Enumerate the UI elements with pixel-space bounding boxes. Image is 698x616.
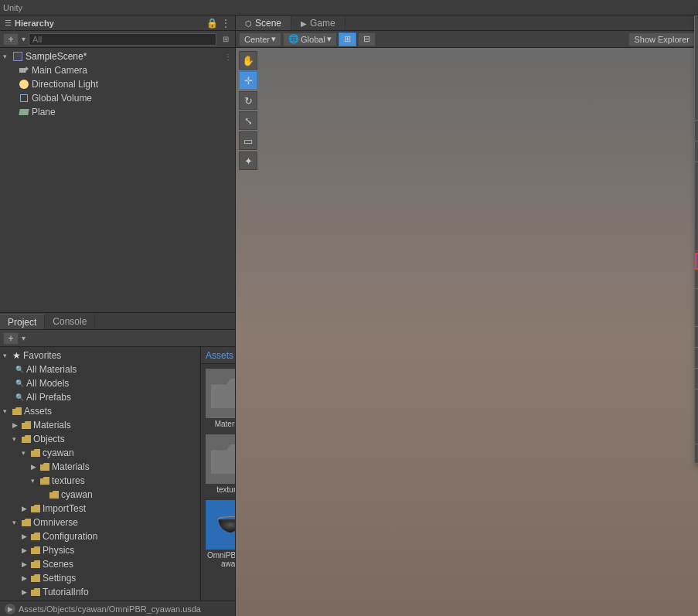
scenes-item[interactable]: ▶ Scenes xyxy=(0,557,200,571)
plane-label: Plane xyxy=(32,107,56,117)
hierarchy-more-icon[interactable]: ⋮ xyxy=(221,18,230,29)
all-models-item[interactable]: 🔍 All Models xyxy=(0,376,200,390)
cyawan-item[interactable]: ▾ cyawan xyxy=(0,446,200,460)
project-tree: ▾ ★ Favorites 🔍 All Materials 🔍 All Mode… xyxy=(0,347,201,601)
ctx-update-uxml[interactable]: Update UXML Schema xyxy=(695,370,698,387)
ctx-open-scene-additive: Open Scene Additive xyxy=(695,122,698,139)
hierarchy-add-button[interactable]: + xyxy=(3,33,19,46)
ctx-sep-1 xyxy=(695,120,698,121)
ctx-sep-5 xyxy=(695,288,698,289)
ctx-import-new-asset[interactable]: Import New Asset... xyxy=(695,164,698,181)
hand-tool[interactable]: ✋ xyxy=(239,51,257,70)
ctx-sep-9 xyxy=(695,389,698,390)
global-button[interactable]: 🌐 Global ▾ xyxy=(283,32,337,46)
rect-tool[interactable]: ▭ xyxy=(239,131,257,150)
ctx-find-references[interactable]: Find References In Scene xyxy=(695,215,698,232)
assets-group[interactable]: ▾ Assets xyxy=(0,404,200,418)
asset-browser-panel: Assets ▶ Objects ▶ cyawan xyxy=(201,347,235,601)
ctx-refresh[interactable]: Refresh Ctrl+R xyxy=(695,291,698,308)
show-explorer-btn[interactable]: Show Explorer xyxy=(628,32,695,46)
ctx-properties[interactable]: Properties... Alt+P xyxy=(695,446,698,463)
textures-cyawan-item[interactable]: cyawan xyxy=(0,488,200,502)
ctx-export-usd[interactable]: Export To USD ... xyxy=(695,253,698,270)
ctx-reimport[interactable]: Reimport xyxy=(695,308,698,325)
rotate-tool[interactable]: ↻ xyxy=(239,91,257,110)
asset-materials-folder[interactable]: Materials xyxy=(206,369,235,428)
hierarchy-header-icons: 🔒 ⋮ xyxy=(206,18,230,29)
grid2-button[interactable]: ⊟ xyxy=(358,32,376,46)
global-icon: 🌐 xyxy=(288,34,299,44)
asset-textures-folder[interactable]: textures xyxy=(206,434,235,494)
cyawan-materials-item[interactable]: ▶ Materials xyxy=(0,460,200,474)
project-content: ▾ ★ Favorites 🔍 All Materials 🔍 All Mode… xyxy=(0,347,235,601)
all-prefabs-item[interactable]: 🔍 All Prefabs xyxy=(0,390,200,404)
scene-root-item[interactable]: ▾ SampleScene* ⋮ xyxy=(0,49,235,63)
settings-item[interactable]: ▶ Settings xyxy=(0,571,200,585)
physics-item[interactable]: ▶ Physics xyxy=(0,543,200,557)
ctx-reimport-all[interactable]: Reimport All xyxy=(695,328,698,345)
tab-project[interactable]: Project xyxy=(0,314,45,329)
ctx-select-dependencies[interactable]: Select Dependencies xyxy=(695,232,698,249)
grid-button[interactable]: ⊞ xyxy=(339,32,356,46)
ctx-show-explorer[interactable]: Show in Explorer xyxy=(695,33,698,50)
all-prefabs-label: All Prefabs xyxy=(26,392,71,403)
materials-asset-label: Materials xyxy=(215,420,235,428)
ctx-copy-path[interactable]: Copy Path Alt+Ctrl+C xyxy=(695,101,698,118)
tab-console[interactable]: Console xyxy=(45,314,95,329)
scale-tool[interactable]: ⤡ xyxy=(239,111,257,130)
dropdown-arrow[interactable]: ▾ xyxy=(22,35,26,43)
hierarchy-search-input[interactable] xyxy=(29,33,216,46)
game-tab-icon: ▶ xyxy=(301,19,307,28)
all-materials-item[interactable]: 🔍 All Materials xyxy=(0,362,200,376)
tab-game[interactable]: ▶ Game xyxy=(291,16,346,30)
center-button[interactable]: Center ▾ xyxy=(239,32,281,46)
project-dropdown-arrow[interactable]: ▾ xyxy=(22,334,26,342)
omniverse-label: Omniverse xyxy=(33,517,78,528)
tab-scene[interactable]: ⬡ Scene xyxy=(236,16,291,30)
scene-tab-label: Scene xyxy=(255,18,281,29)
bowl-container xyxy=(211,505,235,544)
objects-item[interactable]: ▾ Objects xyxy=(0,432,200,446)
ctx-delete[interactable]: Delete xyxy=(695,67,698,84)
favorites-group[interactable]: ▾ ★ Favorites xyxy=(0,349,200,362)
move-tool[interactable]: ✛ xyxy=(239,71,257,90)
scene-dots-menu[interactable]: ⋮ xyxy=(224,53,232,61)
ctx-open[interactable]: Open xyxy=(695,50,698,67)
camera-icon xyxy=(19,65,29,76)
hierarchy-item-directional-light[interactable]: Directional Light xyxy=(0,77,235,91)
ctx-view-package-manager: View in Package Manager xyxy=(695,143,698,160)
light-icon xyxy=(19,79,29,90)
hierarchy-filter-icon[interactable]: ⊞ xyxy=(220,33,232,46)
show-explorer-button[interactable]: Show Explorer xyxy=(628,32,695,46)
ctx-generate-lighting[interactable]: Generate Lighting Ctrl+Shift+L xyxy=(695,391,698,408)
lock-icon[interactable]: 🔒 xyxy=(206,18,218,29)
omniverse-item[interactable]: ▾ Omniverse xyxy=(0,516,200,529)
hierarchy-item-main-camera[interactable]: Main Camera xyxy=(0,63,235,77)
hierarchy-title: Hierarchy xyxy=(15,19,54,28)
ctx-import-package[interactable]: Import Package ▶ xyxy=(695,181,698,198)
materials-item[interactable]: ▶ Materials xyxy=(0,418,200,432)
ctx-create[interactable]: Create ▶ xyxy=(695,16,698,33)
project-toolbar: + ▾ xyxy=(0,330,235,347)
breadcrumb-assets[interactable]: Assets xyxy=(206,350,233,361)
ctx-import-activity[interactable]: View in Import Activity Window xyxy=(695,425,698,442)
ctx-export-package[interactable]: Export Package... xyxy=(695,198,698,215)
cyawan-textures-item[interactable]: ▾ textures xyxy=(0,474,200,488)
tutorialinfo-item[interactable]: ▶ TutorialInfo xyxy=(0,585,200,599)
transform-tool[interactable]: ✦ xyxy=(239,151,257,170)
ctx-rename[interactable]: Rename xyxy=(695,84,698,101)
asset-omnipbr-cyawan[interactable]: OmniPBR_cyawan xyxy=(206,500,235,568)
config-folder-icon xyxy=(31,533,40,540)
scene-viewport[interactable]: ✋ ✛ ↻ ⤡ ▭ ✦ xyxy=(236,48,698,616)
cyawan-mat-arrow: ▶ xyxy=(31,463,40,471)
configuration-item[interactable]: ▶ Configuration xyxy=(0,529,200,543)
hierarchy-item-global-volume[interactable]: Global Volume xyxy=(0,91,235,105)
global-label: Global xyxy=(301,35,325,44)
left-panel: ☰ Hierarchy 🔒 ⋮ + ▾ ⊞ ▾ xyxy=(0,15,236,616)
hierarchy-item-plane[interactable]: Plane xyxy=(0,105,235,119)
ctx-import-usd[interactable]: Import From USD ... xyxy=(695,270,698,287)
ctx-open-csharp[interactable]: Open C# Project xyxy=(695,408,698,425)
importtest-item[interactable]: ▶ ImportTest xyxy=(0,502,200,516)
omnipbr-thumbnail xyxy=(206,500,235,550)
project-add-button[interactable]: + xyxy=(3,332,19,345)
